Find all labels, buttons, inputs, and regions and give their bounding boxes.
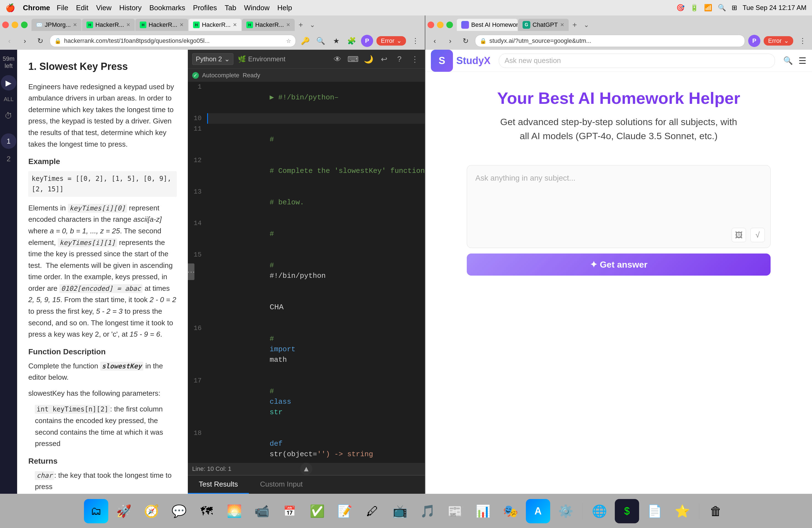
profile-avatar[interactable]: P (361, 35, 373, 47)
right-tab-overflow[interactable]: ⌄ (581, 19, 592, 30)
menu-window[interactable]: Window (244, 4, 269, 12)
nav-num-1[interactable]: 1 (1, 133, 16, 149)
right-profile-avatar[interactable]: P (748, 35, 760, 47)
tab-jpmorgan[interactable]: ✉️ JPMorg... ✕ (31, 19, 82, 31)
dock-maps[interactable]: 🗺 (194, 499, 219, 523)
dock-textedit[interactable]: 📄 (642, 499, 667, 523)
dock-facetime[interactable]: 📹 (250, 499, 274, 523)
keyboard-icon[interactable]: ⌨ (347, 54, 359, 64)
nav-num-2[interactable]: 2 (1, 151, 16, 166)
right-minimize-button[interactable] (437, 21, 444, 28)
back-button[interactable]: ‹ (3, 35, 15, 47)
tab-hackerrank-3[interactable]: H HackerR... ✕ (189, 19, 242, 31)
tab-studyx[interactable]: Best AI Homework Helpe... ✕ (457, 19, 518, 31)
reload-button[interactable]: ↻ (34, 35, 46, 47)
bookmark-icon[interactable]: ☆ (286, 38, 291, 44)
math-icon[interactable]: √ (750, 228, 765, 242)
error-badge-left[interactable]: Error ⌄ (376, 36, 406, 46)
menu-chrome[interactable]: Chrome (23, 4, 50, 12)
forward-button[interactable]: › (19, 35, 31, 47)
right-forward-button[interactable]: › (444, 35, 456, 47)
dock-safari[interactable]: 🧭 (139, 499, 163, 523)
controlcenter-icon[interactable]: ⊞ (731, 4, 737, 12)
search-icon[interactable]: 🔍 (718, 4, 726, 12)
get-answer-button[interactable]: ✦ Get answer (467, 253, 771, 276)
dock-chrome[interactable]: 🌐 (587, 499, 611, 523)
dock-keynote[interactable]: 🎭 (498, 499, 523, 523)
dock-messages[interactable]: 💬 (167, 499, 191, 523)
dock-numbers[interactable]: 📊 (470, 499, 495, 523)
studyx-question-input[interactable]: Ask anything in any subject... 🖼 √ (467, 165, 771, 248)
dock-freeform[interactable]: 🖊 (360, 499, 385, 523)
menu-view[interactable]: View (96, 4, 112, 12)
tab-close-chatgpt[interactable]: ✕ (560, 22, 564, 28)
tab-hackerrank-4[interactable]: H HackerR... ✕ (242, 19, 295, 31)
tab-close-hr2[interactable]: ✕ (179, 22, 184, 28)
scroll-up-button[interactable]: ▲ (300, 463, 313, 475)
theme-icon[interactable]: 🌙 (363, 54, 374, 64)
extensions-icon[interactable]: 🔑 (299, 35, 311, 47)
dock-news[interactable]: 📰 (443, 499, 467, 523)
dock-terminal[interactable]: $ (615, 499, 639, 523)
language-selector[interactable]: Python 2 ⌄ (192, 53, 233, 65)
sidebar-icon-play[interactable]: ▶ (1, 75, 16, 91)
tab-chatgpt[interactable]: G ChatGPT ✕ (518, 19, 569, 31)
dock-appletv[interactable]: 📺 (388, 499, 412, 523)
dock-extra[interactable]: ⭐ (670, 499, 694, 523)
right-maximize-button[interactable] (446, 21, 453, 28)
apple-menu[interactable]: 🍎 (5, 3, 15, 12)
minimize-button[interactable] (12, 21, 18, 28)
tab-close-hr1[interactable]: ✕ (126, 22, 130, 28)
menu-bookmarks[interactable]: Bookmarks (149, 4, 185, 12)
menu-file[interactable]: File (57, 4, 68, 12)
url-input[interactable]: 🔒 hackerrank.com/test/1foan8tpsdg/questi… (50, 35, 296, 47)
menu-tab[interactable]: Tab (225, 4, 236, 12)
tab-close-hr3[interactable]: ✕ (233, 22, 237, 28)
dock-launchpad[interactable]: 🚀 (112, 499, 136, 523)
dock-appstore[interactable]: A (526, 499, 550, 523)
tab-close-jpmorgan[interactable]: ✕ (73, 22, 77, 28)
menu-profiles[interactable]: Profiles (193, 4, 217, 12)
maximize-button[interactable] (21, 21, 28, 28)
error-badge-right[interactable]: Error ⌄ (764, 36, 793, 46)
right-reload-button[interactable]: ↻ (460, 35, 472, 47)
dock-photos[interactable]: 🌅 (222, 499, 246, 523)
right-more-menu[interactable]: ⋮ (797, 35, 809, 47)
dock-trash[interactable]: 🗑 (704, 499, 728, 523)
code-editor-area[interactable]: 1 ▶ #!/bin/python– 10 11 (188, 82, 425, 463)
dock-reminders[interactable]: ✅ (305, 499, 329, 523)
tab-overflow-button[interactable]: ⌄ (307, 19, 318, 30)
dock-calendar[interactable]: 📅 (277, 499, 302, 523)
zoom-icon[interactable]: 🔍 (315, 35, 327, 47)
tab-test-results[interactable]: Test Results (188, 475, 249, 494)
menu-history[interactable]: History (119, 4, 142, 12)
tab-custom-input[interactable]: Custom Input (249, 475, 314, 494)
extension-icon[interactable]: 🧩 (346, 35, 358, 47)
tab-hackerrank-2[interactable]: H HackerR... ✕ (135, 19, 188, 31)
focusmode-icon[interactable]: 🎯 (677, 4, 685, 12)
wifi-icon[interactable]: 📶 (704, 4, 712, 12)
right-url-input[interactable]: 🔒 studyx.ai/?utm_source=google&utm... (475, 35, 745, 47)
close-button[interactable] (2, 21, 9, 28)
right-new-tab-button[interactable]: + (569, 19, 580, 30)
sidebar-icon-clock[interactable]: ⏱ (1, 108, 16, 123)
history-icon[interactable]: ↩ (378, 54, 389, 64)
studyx-hamburger-icon[interactable]: ☰ (798, 56, 807, 66)
dock-systemprefs[interactable]: ⚙️ (553, 499, 578, 523)
more-icon[interactable]: ⋮ (409, 54, 420, 64)
menu-edit[interactable]: Edit (76, 4, 88, 12)
right-back-button[interactable]: ‹ (429, 35, 441, 47)
collapse-handle[interactable]: ⋯ (188, 263, 194, 280)
right-close-button[interactable] (427, 21, 434, 28)
dock-notes[interactable]: 📝 (333, 499, 357, 523)
studyx-search-icon[interactable]: 🔍 (783, 56, 793, 65)
dock-music[interactable]: 🎵 (416, 499, 440, 523)
image-upload-icon[interactable]: 🖼 (731, 228, 746, 242)
new-tab-button[interactable]: + (295, 19, 306, 30)
dock-finder[interactable]: 🗂 (84, 499, 108, 523)
tab-hackerrank-1[interactable]: H HackerR... ✕ (82, 19, 135, 31)
help-icon[interactable]: ? (394, 54, 405, 64)
view-icon[interactable]: 👁 (332, 54, 343, 64)
menu-help[interactable]: Help (277, 4, 292, 12)
studyx-ask-input[interactable]: Ask new question (499, 54, 775, 68)
